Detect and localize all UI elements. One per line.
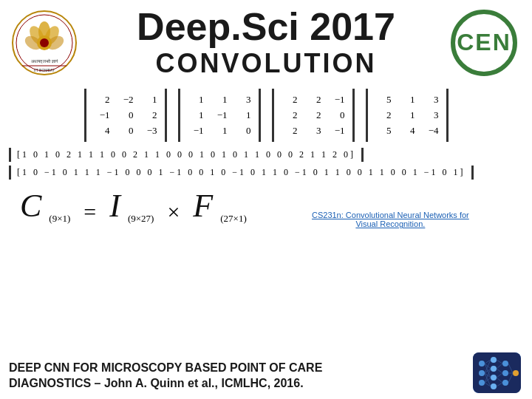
svg-point-14 <box>479 370 485 376</box>
svg-point-21 <box>502 370 508 376</box>
reference-section: CS231n: Convolutional Neural Networks fo… <box>258 211 523 228</box>
matrices-section: 2−21 −102 40−3 113 1−11 −110 22−1 220 23… <box>0 85 532 146</box>
svg-point-15 <box>479 380 485 386</box>
header-section: अधायत् लभते ज्ञानं IIT BOMBAY Deep.Sci 2… <box>0 0 532 85</box>
formula-times: × <box>161 200 185 225</box>
array-row-1: [1 0 1 0 2 1 1 1 0 0 2 1 1 0 0 0 1 0 1 0… <box>0 146 532 163</box>
array-1-content: [1 0 1 0 2 1 1 1 0 0 2 1 1 0 0 0 1 0 1 0… <box>9 148 364 162</box>
reference-link[interactable]: CS231n: Convolutional Neural Networks fo… <box>258 211 523 228</box>
svg-point-13 <box>479 361 485 366</box>
bottom-line-2: DIAGNOSTICS – John A. Quinn et al., ICML… <box>9 376 469 392</box>
matrix-2: 113 1−11 −110 <box>178 89 261 142</box>
bottom-section: DEEP CNN FOR MICROSCOPY BASED POINT OF C… <box>9 361 469 392</box>
svg-text:IIT BOMBAY: IIT BOMBAY <box>34 68 55 72</box>
svg-point-8 <box>40 38 49 47</box>
matrix-4: 513 213 54−4 <box>366 89 449 142</box>
svg-point-19 <box>491 383 497 389</box>
formula-c-subscript: (9×1) <box>49 213 70 225</box>
formula-f: F <box>193 187 213 225</box>
svg-point-22 <box>502 380 508 386</box>
formula-display: C (9×1) = I (9×27) × F (27×1) <box>9 183 258 228</box>
formula-equals: = <box>78 200 102 225</box>
svg-point-23 <box>513 370 519 376</box>
title-block: Deep.Sci 2017 CONVOLUTION <box>137 6 395 79</box>
array-row-2: [1 0 −1 0 1 1 1 −1 0 0 0 1 −1 0 0 1 0 −1… <box>0 164 532 181</box>
formula-i: I <box>109 187 120 225</box>
matrix-3: 22−1 220 23−1 <box>272 89 355 142</box>
deep-learning-badge <box>473 352 521 393</box>
svg-point-20 <box>502 361 508 366</box>
svg-text:अधायत् लभते ज्ञानं: अधायत् लभते ज्ञानं <box>31 58 58 64</box>
matrix-1: 2−21 −102 40−3 <box>84 89 167 142</box>
sub-title: CONVOLUTION <box>137 48 395 79</box>
main-title: Deep.Sci 2017 <box>137 6 395 48</box>
array-2-content: [1 0 −1 0 1 1 1 −1 0 0 0 1 −1 0 0 1 0 −1… <box>9 166 474 180</box>
svg-point-16 <box>491 357 497 363</box>
svg-point-18 <box>491 375 497 381</box>
cen-text: CEN <box>457 29 511 56</box>
formula-f-subscript: (27×1) <box>220 213 247 225</box>
bottom-line-1: DEEP CNN FOR MICROSCOPY BASED POINT OF C… <box>9 361 469 376</box>
formula-section: C (9×1) = I (9×27) × F (27×1) CS231n: Co… <box>0 182 532 230</box>
formula-i-subscript: (9×27) <box>128 213 154 225</box>
svg-point-17 <box>491 366 497 372</box>
formula-c: C <box>20 187 41 225</box>
iit-logo: अधायत् लभते ज्ञानं IIT BOMBAY <box>11 10 78 76</box>
cen-logo: CEN <box>451 10 517 76</box>
